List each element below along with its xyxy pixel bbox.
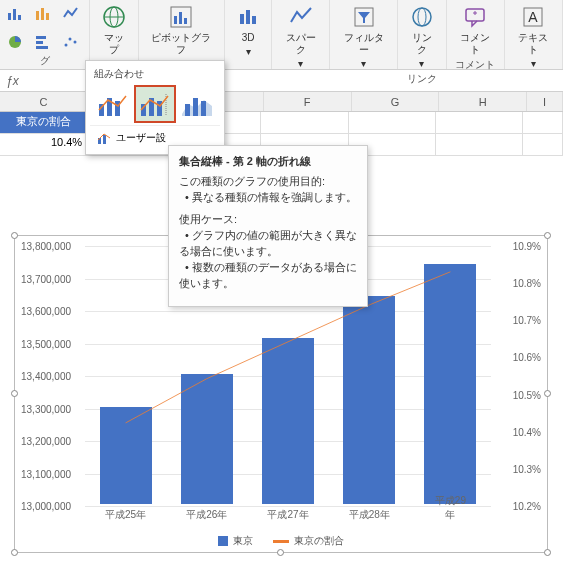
text-button[interactable]: Aテキスト▾ bbox=[511, 2, 556, 72]
combo-chart-popup: 組み合わせ ユーザー設 bbox=[85, 60, 225, 155]
svg-rect-2 bbox=[18, 15, 21, 20]
3d-map-button[interactable]: 3D▾ bbox=[231, 2, 265, 60]
combo-option-1[interactable] bbox=[94, 87, 132, 121]
x-axis-label: 平成27年 bbox=[267, 508, 308, 522]
svg-rect-18 bbox=[179, 12, 182, 24]
col-header[interactable]: G bbox=[352, 92, 440, 111]
col-header[interactable]: C bbox=[0, 92, 88, 111]
y-axis-left-label: 13,000,000 bbox=[21, 501, 71, 512]
y-axis-right-label: 10.7% bbox=[513, 315, 541, 326]
charts-group-label: グ bbox=[40, 54, 50, 68]
y-axis-left-label: 13,300,000 bbox=[21, 403, 71, 414]
y-axis-left-label: 13,200,000 bbox=[21, 436, 71, 447]
y-axis-right-label: 10.9% bbox=[513, 241, 541, 252]
svg-rect-7 bbox=[36, 36, 46, 39]
cell[interactable] bbox=[436, 112, 523, 134]
cell[interactable] bbox=[523, 134, 563, 156]
svg-rect-4 bbox=[41, 8, 44, 20]
svg-rect-1 bbox=[13, 9, 16, 20]
resize-handle[interactable] bbox=[277, 549, 284, 556]
sparklines-button[interactable]: スパーク▾ bbox=[278, 2, 323, 72]
x-axis-label: 平成26年 bbox=[186, 508, 227, 522]
combo-option-2[interactable] bbox=[136, 87, 174, 121]
y-axis-left-label: 13,500,000 bbox=[21, 338, 71, 349]
y-axis-right-label: 10.8% bbox=[513, 278, 541, 289]
col-header[interactable]: F bbox=[264, 92, 352, 111]
resize-handle[interactable] bbox=[544, 390, 551, 397]
svg-rect-39 bbox=[193, 98, 198, 116]
column-chart-button[interactable] bbox=[31, 2, 55, 26]
cell[interactable] bbox=[349, 112, 436, 134]
svg-point-12 bbox=[73, 41, 76, 44]
y-axis-left-label: 13,100,000 bbox=[21, 468, 71, 479]
resize-handle[interactable] bbox=[11, 549, 18, 556]
svg-rect-9 bbox=[36, 46, 48, 49]
svg-rect-0 bbox=[8, 13, 11, 20]
y-axis-left-label: 13,600,000 bbox=[21, 306, 71, 317]
chart-legend[interactable]: 東京 東京の割合 bbox=[15, 534, 547, 548]
svg-rect-5 bbox=[46, 13, 49, 20]
svg-rect-17 bbox=[174, 16, 177, 24]
comment-button[interactable]: コメント bbox=[453, 2, 498, 58]
y-axis-right-label: 10.4% bbox=[513, 426, 541, 437]
combo-option-3[interactable] bbox=[178, 87, 216, 121]
svg-point-10 bbox=[64, 44, 67, 47]
svg-point-25 bbox=[418, 8, 426, 26]
fx-icon: ƒx bbox=[6, 74, 19, 88]
cell[interactable] bbox=[261, 112, 348, 134]
chart-type-tooltip: 集合縦棒 - 第 2 軸の折れ線 この種類のグラフの使用目的: • 異なる種類の… bbox=[168, 145, 368, 307]
y-axis-left-label: 13,700,000 bbox=[21, 273, 71, 284]
bar-chart-button[interactable] bbox=[31, 30, 55, 54]
hierarchy-chart-button[interactable] bbox=[59, 2, 83, 26]
resize-handle[interactable] bbox=[11, 232, 18, 239]
svg-rect-21 bbox=[246, 10, 250, 24]
cell[interactable]: 10.4% bbox=[0, 134, 87, 156]
scatter-chart-button[interactable] bbox=[59, 30, 83, 54]
svg-point-11 bbox=[68, 38, 71, 41]
svg-rect-19 bbox=[184, 18, 187, 24]
cell[interactable] bbox=[436, 134, 523, 156]
y-axis-right-label: 10.2% bbox=[513, 501, 541, 512]
svg-rect-22 bbox=[252, 16, 256, 24]
svg-point-24 bbox=[413, 8, 431, 26]
svg-rect-8 bbox=[36, 41, 43, 44]
svg-rect-42 bbox=[103, 135, 106, 144]
svg-text:A: A bbox=[529, 9, 539, 25]
popup-title: 組み合わせ bbox=[90, 65, 220, 83]
svg-rect-3 bbox=[36, 11, 39, 20]
col-header[interactable]: I bbox=[527, 92, 563, 111]
x-axis-label: 平成25年 bbox=[105, 508, 146, 522]
tooltip-title: 集合縦棒 - 第 2 軸の折れ線 bbox=[179, 154, 357, 170]
filter-button[interactable]: フィルター▾ bbox=[336, 2, 391, 72]
cell[interactable] bbox=[523, 112, 563, 134]
y-axis-right-label: 10.6% bbox=[513, 352, 541, 363]
y-axis-left-label: 13,400,000 bbox=[21, 371, 71, 382]
link-button[interactable]: リンク▾ bbox=[404, 2, 440, 72]
resize-handle[interactable] bbox=[544, 549, 551, 556]
svg-rect-40 bbox=[201, 101, 206, 116]
x-axis-label: 平成28年 bbox=[349, 508, 390, 522]
y-axis-left-label: 13,800,000 bbox=[21, 241, 71, 252]
resize-handle[interactable] bbox=[11, 390, 18, 397]
col-header[interactable]: H bbox=[439, 92, 527, 111]
svg-rect-38 bbox=[185, 104, 190, 116]
pie-chart-button[interactable] bbox=[3, 30, 27, 54]
table-header-cell[interactable]: 東京の割合 bbox=[0, 112, 87, 134]
svg-rect-20 bbox=[240, 14, 244, 24]
recommended-charts-button[interactable] bbox=[3, 2, 27, 26]
resize-handle[interactable] bbox=[544, 232, 551, 239]
y-axis-right-label: 10.5% bbox=[513, 389, 541, 400]
y-axis-right-label: 10.3% bbox=[513, 463, 541, 474]
